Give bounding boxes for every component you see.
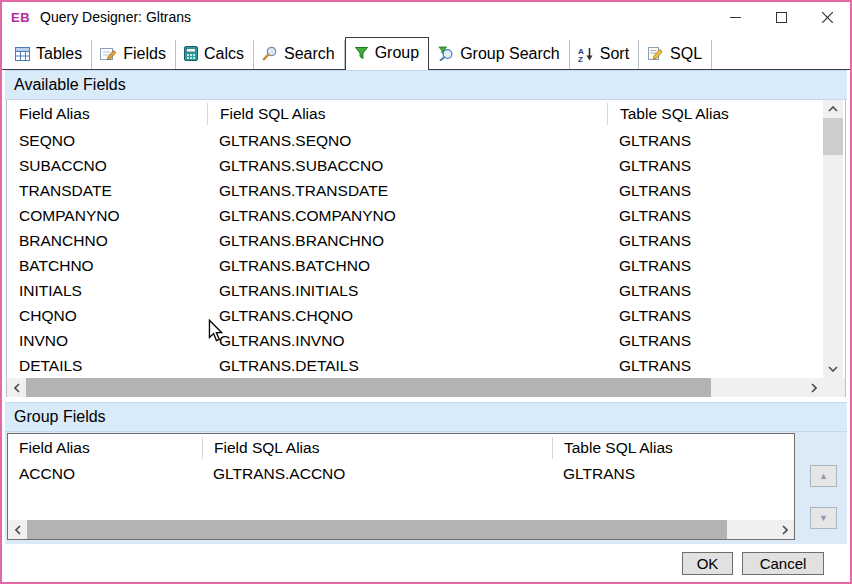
tab-label: Search — [284, 45, 335, 63]
field-alias-cell: ACCNO — [8, 465, 202, 483]
query-designer-window: EB Query Designer: Gltrans Tables — [0, 0, 852, 584]
table-row[interactable]: TRANSDATE GLTRANS.TRANSDATE GLTRANS — [7, 178, 823, 203]
table-sql-alias-cell: GLTRANS — [607, 257, 823, 275]
group-horizontal-scrollbar-thumb[interactable] — [27, 520, 727, 539]
column-header-field-alias[interactable]: Field Alias — [8, 439, 202, 457]
table-sql-alias-cell: GLTRANS — [607, 282, 823, 300]
available-fields-title: Available Fields — [14, 76, 126, 94]
group-fields-table: Field Alias Field SQL Alias Table SQL Al… — [7, 433, 795, 540]
arrow-up-icon: ▲ — [819, 471, 828, 481]
column-header-field-alias[interactable]: Field Alias — [7, 105, 207, 123]
tab-label: Fields — [123, 45, 166, 63]
title-bar: EB Query Designer: Gltrans — [2, 2, 850, 32]
table-sql-alias-cell: GLTRANS — [607, 357, 823, 375]
column-header-field-sql-alias[interactable]: Field SQL Alias — [202, 437, 552, 459]
tab-sort[interactable]: AZ Sort — [570, 40, 639, 69]
scrollbar-corner — [823, 378, 845, 397]
tab-label: Sort — [600, 45, 629, 63]
available-fields-column-headers: Field Alias Field SQL Alias Table SQL Al… — [7, 100, 823, 128]
table-sql-alias-cell: GLTRANS — [607, 307, 823, 325]
field-sql-alias-cell: GLTRANS.BRANCHNO — [207, 232, 607, 250]
group-horizontal-scrollbar-track[interactable] — [727, 520, 775, 539]
arrow-down-icon: ▼ — [819, 513, 828, 523]
table-row[interactable]: BATCHNO GLTRANS.BATCHNO GLTRANS — [7, 253, 823, 278]
table-row[interactable]: INITIALS GLTRANS.INITIALS GLTRANS — [7, 278, 823, 303]
maximize-button[interactable] — [758, 2, 804, 32]
search-icon — [262, 46, 278, 61]
scroll-left-button[interactable] — [7, 378, 26, 397]
table-sql-alias-cell: GLTRANS — [607, 182, 823, 200]
minimize-icon — [730, 12, 741, 23]
app-logo: EB — [11, 10, 30, 25]
tab-fields[interactable]: Fields — [92, 40, 176, 69]
tab-label: Calcs — [204, 45, 244, 63]
dialog-content: Available Fields Field Alias Field SQL A… — [2, 70, 850, 582]
chevron-left-icon — [14, 383, 20, 393]
vertical-scrollbar[interactable] — [823, 100, 843, 378]
minimize-button[interactable] — [712, 2, 758, 32]
tab-search[interactable]: Search — [254, 40, 345, 69]
vertical-scrollbar-thumb[interactable] — [823, 118, 843, 155]
ok-button[interactable]: OK — [682, 552, 733, 575]
table-row[interactable]: ACCNO GLTRANS.ACCNO GLTRANS — [8, 461, 794, 487]
field-alias-cell: COMPANYNO — [7, 207, 207, 225]
table-row[interactable]: BRANCHNO GLTRANS.BRANCHNO GLTRANS — [7, 228, 823, 253]
chevron-right-icon — [811, 383, 817, 393]
horizontal-scrollbar-track[interactable] — [711, 378, 804, 397]
window-controls — [712, 2, 850, 32]
move-up-button[interactable]: ▲ — [810, 465, 837, 487]
field-sql-alias-cell: GLTRANS.INITIALS — [207, 282, 607, 300]
column-header-table-sql-alias[interactable]: Table SQL Alias — [552, 437, 794, 459]
field-alias-cell: CHQNO — [7, 307, 207, 325]
vertical-scrollbar-track[interactable] — [823, 155, 843, 360]
table-row[interactable]: INVNO GLTRANS.INVNO GLTRANS — [7, 328, 823, 353]
field-sql-alias-cell: GLTRANS.ACCNO — [202, 465, 552, 483]
field-sql-alias-cell: GLTRANS.SUBACCNO — [207, 157, 607, 175]
close-icon — [822, 12, 833, 23]
tab-group-search[interactable]: Group Search — [429, 40, 570, 69]
field-sql-alias-cell: GLTRANS.DETAILS — [207, 357, 607, 375]
fields-icon — [100, 46, 117, 61]
group-fields-header: Group Fields — [5, 402, 847, 432]
table-sql-alias-cell: GLTRANS — [607, 207, 823, 225]
close-button[interactable] — [804, 2, 850, 32]
tab-sql[interactable]: SQL — [639, 40, 712, 69]
field-sql-alias-cell: GLTRANS.BATCHNO — [207, 257, 607, 275]
horizontal-scrollbar-thumb[interactable] — [26, 378, 711, 397]
scroll-right-button[interactable] — [804, 378, 823, 397]
table-row[interactable]: CHQNO GLTRANS.CHQNO GLTRANS — [7, 303, 823, 328]
cancel-button[interactable]: Cancel — [742, 552, 824, 575]
table-sql-alias-cell: GLTRANS — [607, 332, 823, 350]
field-alias-cell: TRANSDATE — [7, 182, 207, 200]
group-filter-icon — [354, 46, 369, 60]
field-sql-alias-cell: GLTRANS.INVNO — [207, 332, 607, 350]
group-horizontal-scrollbar[interactable] — [8, 520, 794, 539]
field-sql-alias-cell: GLTRANS.TRANSDATE — [207, 182, 607, 200]
chevron-up-icon — [828, 106, 838, 112]
table-row[interactable]: SEQNO GLTRANS.SEQNO GLTRANS — [7, 128, 823, 153]
table-row[interactable]: DETAILS GLTRANS.DETAILS GLTRANS — [7, 353, 823, 378]
field-sql-alias-cell: GLTRANS.COMPANYNO — [207, 207, 607, 225]
move-down-button[interactable]: ▼ — [810, 507, 837, 529]
column-header-table-sql-alias[interactable]: Table SQL Alias — [607, 103, 823, 125]
scroll-right-button[interactable] — [775, 520, 794, 539]
scroll-up-button[interactable] — [823, 100, 843, 118]
scroll-down-button[interactable] — [823, 360, 843, 378]
tab-tables[interactable]: Tables — [7, 40, 92, 69]
field-alias-cell: DETAILS — [7, 357, 207, 375]
tab-calcs[interactable]: Calcs — [176, 40, 254, 69]
table-row[interactable]: SUBACCNO GLTRANS.SUBACCNO GLTRANS — [7, 153, 823, 178]
table-row[interactable]: COMPANYNO GLTRANS.COMPANYNO GLTRANS — [7, 203, 823, 228]
tab-group[interactable]: Group — [345, 37, 429, 70]
column-header-field-sql-alias[interactable]: Field SQL Alias — [207, 103, 607, 125]
tab-bar: Tables Fields Calcs Search Group — [2, 32, 850, 70]
horizontal-scrollbar[interactable] — [7, 378, 823, 397]
tab-label: SQL — [670, 45, 702, 63]
group-fields-column-headers: Field Alias Field SQL Alias Table SQL Al… — [8, 434, 794, 461]
scroll-left-button[interactable] — [8, 520, 27, 539]
svg-text:Z: Z — [578, 54, 583, 62]
field-sql-alias-cell: GLTRANS.SEQNO — [207, 132, 607, 150]
table-sql-alias-cell: GLTRANS — [607, 232, 823, 250]
group-fields-rows: ACCNO GLTRANS.ACCNO GLTRANS — [8, 461, 794, 487]
available-fields-table: Field Alias Field SQL Alias Table SQL Al… — [7, 100, 823, 378]
